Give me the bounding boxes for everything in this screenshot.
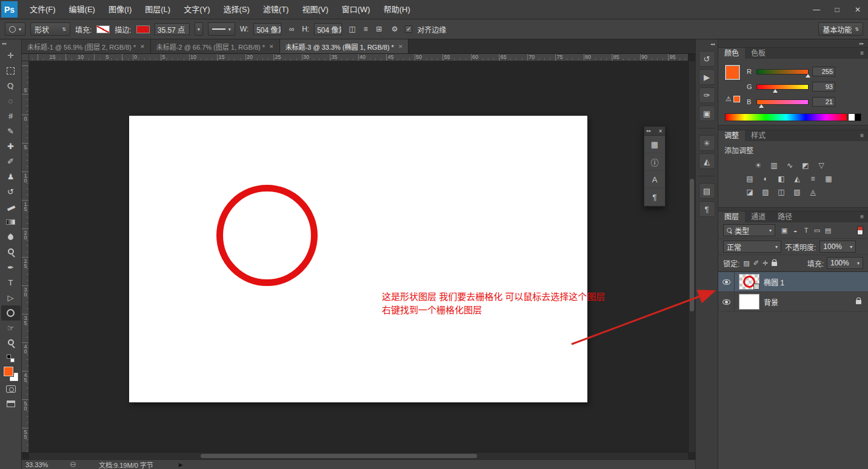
geometry-options-button[interactable]: ⚙ xyxy=(389,25,400,33)
quick-selection-tool[interactable]: ◌ xyxy=(1,93,21,108)
dodge-tool[interactable] xyxy=(1,245,21,260)
closest-web-color-swatch[interactable] xyxy=(733,96,740,102)
tab-styles[interactable]: 样式 xyxy=(745,130,772,141)
lasso-tool[interactable]: Ϙ xyxy=(1,78,21,93)
foreground-color-swatch[interactable] xyxy=(725,65,740,80)
layer-row[interactable]: 椭圆 1 xyxy=(718,272,868,292)
document-tab[interactable]: 未标题-3 @ 33.3% (椭圆 1, RGB/8) *✕ xyxy=(280,39,409,53)
stroke-style-select[interactable]: ▾ xyxy=(208,22,235,36)
screen-mode-button[interactable] xyxy=(1,396,21,411)
quick-mask-button[interactable] xyxy=(1,381,21,396)
tab-close-icon[interactable]: ✕ xyxy=(140,44,145,50)
blend-mode-select[interactable]: 正常 ▾ xyxy=(723,241,781,253)
adjustment-selective-color-icon[interactable]: ◬ xyxy=(806,186,820,198)
blur-tool[interactable] xyxy=(1,230,21,245)
ruler-corner[interactable] xyxy=(22,54,29,61)
pen-tool[interactable]: ✒ xyxy=(1,260,21,275)
path-operations-icon[interactable]: ◫ xyxy=(347,25,358,33)
eyedropper-tool[interactable]: ✎ xyxy=(1,124,21,139)
document-tab[interactable]: 未标题-2 @ 66.7% (图层 1, RGB/8) *✕ xyxy=(151,39,280,53)
gradient-tool[interactable] xyxy=(1,215,21,230)
horizontal-type-tool[interactable]: T xyxy=(1,275,21,290)
close-button[interactable]: ✕ xyxy=(847,0,868,19)
adjustment-black-white-icon[interactable]: ◧ xyxy=(774,173,789,184)
gamut-warning[interactable]: ⚠ xyxy=(726,95,740,103)
tool-presets-panel-icon[interactable]: ✑ xyxy=(699,87,715,103)
menu-item-file[interactable]: 文件(F) xyxy=(23,0,62,19)
panel-menu-icon[interactable]: ≡ xyxy=(860,213,864,220)
dock-expand-icon[interactable]: ▸▸ xyxy=(647,128,651,133)
layer-thumbnail[interactable] xyxy=(739,274,760,290)
menu-item-help[interactable]: 帮助(H) xyxy=(377,0,417,19)
black-swatch[interactable] xyxy=(855,114,861,121)
spot-healing-brush-tool[interactable]: ✚ xyxy=(1,139,21,154)
channel-value-input[interactable]: 21 xyxy=(812,97,835,107)
stroke-color-swatch[interactable] xyxy=(136,25,150,33)
menu-item-view[interactable]: 视图(V) xyxy=(295,0,335,19)
tab-adjustments[interactable]: 调整 xyxy=(718,130,745,141)
filter-shape-layers-icon[interactable]: ▭ xyxy=(812,225,823,236)
menu-item-window[interactable]: 窗口(W) xyxy=(335,0,377,19)
align-edges-checkbox[interactable]: ✓ xyxy=(405,25,412,33)
character-panel-icon[interactable]: A xyxy=(644,171,665,188)
foreground-background-swatch[interactable] xyxy=(1,366,21,381)
filter-type-layers-icon[interactable]: T xyxy=(801,225,812,236)
fill-color-swatch[interactable] xyxy=(96,25,110,33)
filter-kind-select[interactable]: 类型 ▾ xyxy=(723,224,775,236)
rectangular-marquee-tool[interactable] xyxy=(1,63,21,78)
default-colors-button[interactable] xyxy=(1,351,21,366)
link-dimensions-icon[interactable]: ∞ xyxy=(286,25,297,33)
channel-slider[interactable] xyxy=(756,84,809,90)
timeline-panel-icon[interactable]: ▤ xyxy=(699,183,715,199)
adjustment-exposure-icon[interactable]: ◩ xyxy=(798,159,813,171)
layer-visibility-toggle[interactable] xyxy=(718,292,735,311)
tab-channels[interactable]: 通道 xyxy=(745,211,772,222)
slider-thumb[interactable] xyxy=(759,104,764,108)
layer-filter-toggle[interactable] xyxy=(857,226,863,235)
notes-panel-icon[interactable]: ¶ xyxy=(699,201,715,217)
path-arrange-icon[interactable]: ⊞ xyxy=(373,25,384,33)
zoom-tool[interactable] xyxy=(1,336,21,351)
slider-thumb[interactable] xyxy=(806,74,810,78)
eraser-tool[interactable]: ▬ xyxy=(1,199,21,215)
zoom-level-input[interactable]: 33.33% xyxy=(25,461,61,468)
path-align-icon[interactable]: ≡ xyxy=(360,25,371,33)
status-menu-arrow-icon[interactable]: ▶ xyxy=(179,462,183,468)
brush-tool[interactable]: ✐ xyxy=(1,154,21,169)
adjustment-curves-icon[interactable]: ∿ xyxy=(783,159,797,171)
clone-source-panel-icon[interactable]: ▣ xyxy=(699,105,715,121)
stroke-width-dropdown[interactable]: ▾ xyxy=(195,22,203,36)
dock-strip-collapse-icon[interactable]: ◂◂ xyxy=(707,41,718,50)
foreground-color-swatch[interactable] xyxy=(4,367,13,376)
menu-item-edit[interactable]: 编辑(E) xyxy=(62,0,102,19)
adjustment-invert-icon[interactable]: ◪ xyxy=(743,186,757,198)
lock-transparent-pixels-icon[interactable]: ▨ xyxy=(743,259,749,267)
tab-layers[interactable]: 图层 xyxy=(718,211,745,222)
menu-item-layer[interactable]: 图层(L) xyxy=(138,0,177,19)
menu-item-image[interactable]: 图像(I) xyxy=(102,0,138,19)
horizontal-scroll-thumb[interactable] xyxy=(201,454,478,458)
filter-adjustment-layers-icon[interactable]: ◒ xyxy=(790,225,801,236)
adjustment-channel-mixer-icon[interactable]: ≡ xyxy=(806,173,820,184)
filter-pixel-layers-icon[interactable]: ▣ xyxy=(779,225,790,236)
opacity-select[interactable]: 100% ▾ xyxy=(820,241,856,253)
horizontal-scrollbar[interactable] xyxy=(29,452,688,459)
ellipse-tool[interactable] xyxy=(1,305,21,321)
properties-panel-icon[interactable]: ▦ xyxy=(644,136,665,153)
tool-mode-select[interactable]: 形状 ⇅ xyxy=(30,22,70,36)
info-panel-icon[interactable]: ⓘ xyxy=(644,153,665,171)
tab-close-icon[interactable]: ✕ xyxy=(398,44,403,50)
adjustment-photo-filter-icon[interactable]: ◭ xyxy=(790,173,804,184)
adjustment-threshold-icon[interactable]: ◫ xyxy=(774,186,789,198)
height-input[interactable]: 504 像素 xyxy=(314,23,342,35)
channel-slider[interactable] xyxy=(756,99,809,105)
layer-row[interactable]: 背景 xyxy=(718,292,868,312)
tab-color[interactable]: 颜色 xyxy=(718,48,745,59)
ellipse-shape[interactable] xyxy=(216,185,318,286)
history-brush-tool[interactable]: ↺ xyxy=(1,184,21,199)
hand-tool[interactable]: ☞ xyxy=(1,321,21,336)
color-spectrum-ramp[interactable] xyxy=(725,113,847,121)
white-swatch[interactable] xyxy=(849,114,855,121)
stroke-width-input[interactable]: 35.57 点 xyxy=(155,23,190,35)
actions-panel-icon[interactable]: ▶ xyxy=(699,69,715,85)
